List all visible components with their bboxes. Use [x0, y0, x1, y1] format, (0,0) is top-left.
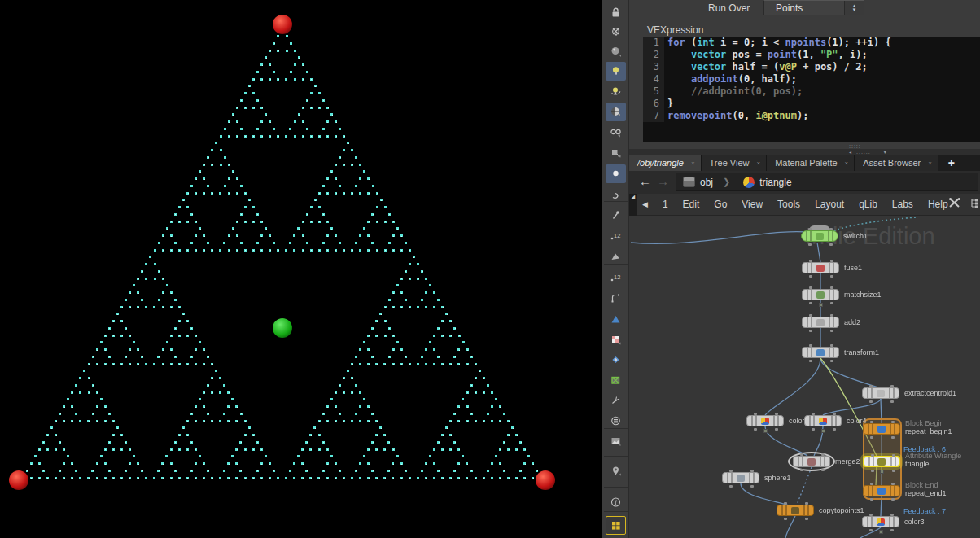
connector-nub[interactable]: [805, 518, 808, 520]
connector-nub[interactable]: [833, 428, 836, 431]
connector-nub[interactable]: [891, 436, 895, 439]
camera-locator-icon[interactable]: [606, 461, 626, 480]
code-line[interactable]: 3 vector half = (v@P + pos) / 2;: [643, 61, 980, 73]
tab-close-icon[interactable]: ×: [845, 160, 849, 167]
tab-close-icon[interactable]: ×: [756, 160, 760, 167]
connector-nub[interactable]: [890, 514, 894, 516]
wire-blue[interactable]: [817, 243, 820, 262]
wire-blue-dotted[interactable]: [797, 467, 812, 505]
splitter-left-arrow-icon[interactable]: ◂: [844, 149, 856, 155]
breadcrumb-obj[interactable]: obj: [700, 177, 713, 188]
connector-nub[interactable]: [812, 428, 815, 431]
node-extractcentroid1[interactable]: [862, 387, 899, 399]
connector-nub[interactable]: [830, 275, 833, 278]
connector-nub[interactable]: [892, 470, 895, 472]
info-icon[interactable]: i: [606, 493, 626, 512]
connector-nub[interactable]: [829, 243, 833, 246]
connector-nub[interactable]: [809, 286, 812, 289]
connector-nub[interactable]: [869, 400, 873, 403]
node-transform1[interactable]: [802, 347, 839, 358]
connector-nub[interactable]: [891, 421, 895, 423]
background-image-icon[interactable]: [606, 432, 626, 451]
breadcrumb-triangle[interactable]: triangle: [759, 177, 791, 188]
connector-nub[interactable]: [809, 275, 812, 278]
node-fuse1[interactable]: [802, 262, 839, 273]
stereo-glasses-icon[interactable]: [606, 123, 626, 142]
connector-nub[interactable]: [830, 330, 833, 332]
connector-nub[interactable]: [729, 485, 733, 488]
connector-nub[interactable]: [869, 385, 873, 387]
code-line[interactable]: 7removepoint(0, i@ptnum);: [643, 110, 980, 122]
connector-nub[interactable]: [812, 413, 815, 415]
connector-nub[interactable]: [890, 529, 894, 531]
spinner-down-icon[interactable]: ▼: [852, 8, 857, 12]
connector-nub[interactable]: [754, 413, 757, 415]
connector-nub[interactable]: [892, 454, 895, 457]
node-repeat_end1[interactable]: [863, 485, 900, 496]
connector-nub[interactable]: [750, 470, 754, 472]
pane-tab-asset-browser[interactable]: Asset Browser×: [855, 155, 938, 171]
point-markers-icon[interactable]: [606, 206, 626, 225]
node-repeat_begin1[interactable]: [863, 423, 900, 435]
run-over-dropdown[interactable]: Points ▲ ▼: [763, 0, 864, 15]
centroid-point-sphere[interactable]: [273, 318, 292, 338]
connector-nub[interactable]: [809, 360, 812, 362]
splitter-right-arrow-icon[interactable]: ▾: [879, 149, 891, 155]
pane-splitter[interactable]: ◂ :::::: ▾: [629, 149, 980, 155]
pane-tab-material-palette[interactable]: Material Palette×: [767, 155, 855, 171]
connector-nub[interactable]: [829, 228, 833, 230]
connector-nub[interactable]: [830, 302, 833, 304]
wire-blue[interactable]: [765, 426, 807, 456]
connector-nub[interactable]: [830, 344, 833, 347]
high-quality-light-icon[interactable]: [606, 82, 626, 101]
node-merge2[interactable]: [793, 456, 830, 467]
breadcrumb[interactable]: obj ❯ triangle: [676, 173, 978, 191]
code-line[interactable]: 1for (int i = 0; i < npoints(1); ++i) {: [643, 37, 980, 49]
node-add2[interactable]: [802, 317, 839, 328]
connector-nub[interactable]: [808, 228, 812, 230]
connector-nub[interactable]: [805, 502, 808, 505]
panel-resize-grip[interactable]: :::::: [849, 143, 861, 149]
show-points-icon[interactable]: [606, 164, 626, 183]
point-numbers-icon[interactable]: 12: [606, 227, 626, 246]
node-copytopoints1[interactable]: [777, 505, 814, 516]
connector-nub[interactable]: [871, 470, 874, 472]
connector-nub[interactable]: [830, 286, 833, 289]
group-highlight-icon[interactable]: [606, 371, 626, 390]
connector-nub[interactable]: [821, 469, 825, 471]
disable-lighting-icon[interactable]: [606, 23, 626, 42]
node-matchsize1[interactable]: [802, 289, 839, 300]
code-line[interactable]: 2 vector pos = point(1, "P", i);: [643, 49, 980, 61]
connector-nub[interactable]: [784, 518, 787, 520]
node-switch1[interactable]: [801, 230, 838, 242]
tab-close-icon[interactable]: ×: [691, 160, 695, 167]
connector-nub[interactable]: [754, 428, 757, 431]
corner-point-sphere[interactable]: [9, 470, 28, 490]
connector-nub[interactable]: [869, 529, 873, 531]
connector-nub[interactable]: [891, 483, 895, 485]
point-groups-icon[interactable]: [606, 351, 626, 370]
pane-tab--obj-triangle[interactable]: /obj/triangle×: [629, 155, 702, 171]
scene-viewport[interactable]: [0, 0, 602, 538]
corner-point-sphere[interactable]: [536, 470, 555, 490]
network-editor[interactable]: ◢◀1EditGoViewToolsLayoutqLibLabsHelp Ind…: [629, 194, 980, 538]
connector-nub[interactable]: [890, 400, 894, 403]
connector-nub[interactable]: [775, 413, 778, 415]
node-sphere1[interactable]: [722, 472, 759, 483]
connector-nub[interactable]: [830, 360, 833, 362]
connector-nub[interactable]: [830, 260, 833, 262]
connector-nub[interactable]: [891, 498, 895, 501]
code-line[interactable]: 4 addpoint(0, half);: [643, 73, 980, 85]
code-line[interactable]: 6}: [643, 98, 980, 110]
splitter-grip[interactable]: ::::::: [856, 149, 871, 155]
connector-nub[interactable]: [775, 428, 778, 431]
prim-hulls-icon[interactable]: [606, 289, 626, 308]
connector-nub[interactable]: [871, 454, 874, 457]
node-color3[interactable]: [862, 516, 899, 527]
connector-nub[interactable]: [808, 243, 812, 246]
node-color4[interactable]: [804, 415, 842, 426]
corner-point-sphere[interactable]: [273, 15, 292, 34]
dropdown-spinner-icon[interactable]: ▲ ▼: [844, 1, 864, 15]
connector-nub[interactable]: [890, 385, 894, 387]
nav-forward-icon[interactable]: →: [657, 174, 669, 188]
